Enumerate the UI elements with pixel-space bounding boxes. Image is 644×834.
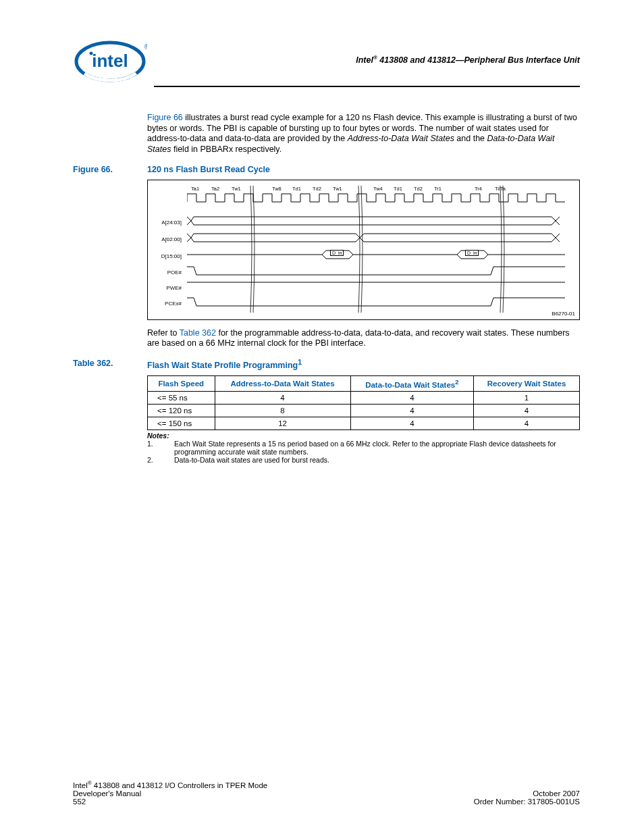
- diagram-id: B6270-01: [552, 311, 575, 317]
- break-mark: [249, 186, 256, 313]
- signal-label: D[15:00]: [151, 253, 182, 259]
- signal-line: [187, 281, 565, 292]
- header-title: Intel® 413808 and 413812—Peripheral Bus …: [147, 55, 580, 65]
- cell-addr: 8: [215, 404, 350, 417]
- signal-bus: [187, 249, 565, 260]
- th-flash-speed: Flash Speed: [148, 375, 215, 391]
- table-header-row: Flash Speed Address-to-Data Wait States …: [148, 375, 580, 391]
- table-notes: Notes: 1. Each Wait State represents a 1…: [147, 432, 580, 464]
- cell-speed: <= 120 ns: [148, 404, 215, 417]
- th-data-to-data: Data-to-Data Wait States2: [350, 375, 474, 391]
- th-recovery: Recovery Wait States: [474, 375, 580, 391]
- table-362-caption: Table 362. Flash Wait State Profile Prog…: [73, 359, 580, 370]
- svg-point-3: [90, 52, 93, 55]
- cell-data: 4: [350, 391, 474, 404]
- notes-heading: Notes:: [147, 432, 580, 440]
- table-362-label: Table 362.: [73, 359, 147, 370]
- cell-data: 4: [350, 404, 474, 417]
- cell-speed: <= 150 ns: [148, 417, 215, 429]
- wait-state-table: Flash Speed Address-to-Data Wait States …: [147, 375, 580, 430]
- footer-date: October 2007: [474, 789, 580, 798]
- signal-line: [187, 296, 565, 307]
- cell-rec: 4: [474, 417, 580, 429]
- figure-66-label: Figure 66.: [73, 165, 147, 174]
- cell-data: 4: [350, 417, 474, 429]
- header-rule: [154, 86, 580, 87]
- cell-addr: 12: [215, 417, 350, 429]
- note-2: 2. Data-to-Data wait states are used for…: [147, 456, 580, 464]
- table-362-link[interactable]: Table 362: [180, 328, 216, 338]
- paragraph-1: Figure 66 illustrates a burst read cycle…: [147, 113, 580, 155]
- signal-label: A[24:03]: [151, 219, 182, 226]
- footer-line-1: Intel® 413808 and 413812 I/O Controllers…: [73, 780, 580, 789]
- table-row: <= 150 ns 12 4 4: [148, 417, 580, 429]
- signal-label: PCEx#: [151, 301, 182, 307]
- note-1: 1. Each Wait State represents a 15 ns pe…: [147, 440, 580, 456]
- page-footer: Intel® 413808 and 413812 I/O Controllers…: [73, 780, 580, 806]
- intel-logo: intel ®: [73, 37, 147, 83]
- break-mark: [357, 186, 364, 313]
- page-header: intel ® Intel® 413808 and 413812—Periphe…: [73, 37, 580, 83]
- break-mark: [499, 186, 506, 313]
- cell-speed: <= 55 ns: [148, 391, 215, 404]
- table-row: <= 120 ns 8 4 4: [148, 404, 580, 417]
- clock-waveform: [187, 192, 565, 203]
- paragraph-2: Refer to Table 362 for the programmable …: [147, 328, 580, 349]
- footer-order-number: Order Number: 317805-001US: [474, 798, 580, 806]
- figure-66-title: 120 ns Flash Burst Read Cycle: [147, 165, 270, 174]
- cell-rec: 4: [474, 404, 580, 417]
- signal-label: A[02:00]: [151, 236, 182, 242]
- svg-text:intel: intel: [92, 51, 128, 71]
- table-row: <= 55 ns 4 4 1: [148, 391, 580, 404]
- figure-66-link[interactable]: Figure 66: [147, 113, 183, 122]
- table-362-title: Flash Wait State Profile Programming1: [147, 359, 302, 370]
- timing-diagram: Ta1 Ta2 Tw1 Tw8 Td1 Td2 Tw1 Tw4 Td1 Td2 …: [147, 180, 580, 320]
- figure-66-caption: Figure 66. 120 ns Flash Burst Read Cycle: [73, 165, 580, 174]
- cell-addr: 4: [215, 391, 350, 404]
- signal-line: [187, 265, 565, 276]
- data-in-label: D_in: [465, 250, 479, 256]
- data-in-label: D_in: [330, 250, 344, 256]
- signal-label: PWE#: [151, 285, 182, 291]
- signal-label: POE#: [151, 269, 182, 276]
- svg-text:®: ®: [144, 43, 147, 51]
- signal-bus: [187, 215, 565, 226]
- cell-rec: 1: [474, 391, 580, 404]
- th-addr-to-data: Address-to-Data Wait States: [215, 375, 350, 391]
- signal-bus: [187, 232, 565, 243]
